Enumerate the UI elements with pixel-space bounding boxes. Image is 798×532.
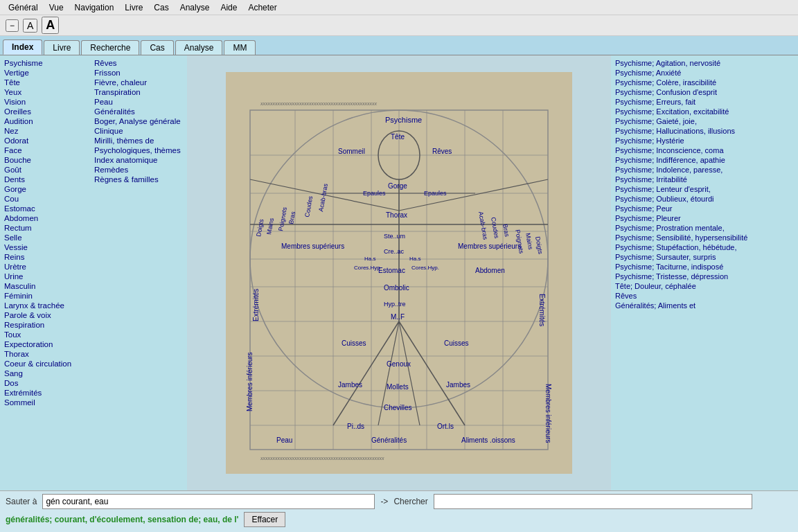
- cl-frisson[interactable]: Frisson: [93, 68, 184, 78]
- menu-navigation[interactable]: Navigation: [69, 1, 120, 14]
- tab-recherche[interactable]: Recherche: [81, 40, 139, 55]
- sidebar-item-vessie[interactable]: Vessie: [3, 242, 87, 252]
- sidebar-item-psychisme[interactable]: Psychisme: [3, 58, 87, 68]
- sidebar-item-dos[interactable]: Dos: [3, 378, 87, 388]
- right-item-17[interactable]: Psychisme; Prostration mentale,: [614, 223, 795, 233]
- sidebar-item-uretre[interactable]: Urètre: [3, 262, 87, 272]
- label-thorax[interactable]: Thorax: [386, 211, 407, 219]
- sidebar-item-nez[interactable]: Nez: [3, 126, 87, 136]
- sidebar-item-urine[interactable]: Urine: [3, 272, 87, 281]
- right-item-5[interactable]: Psychisme; Excitation, excitabilité: [614, 107, 795, 116]
- label-hyptre[interactable]: Hyp..tre: [384, 301, 406, 308]
- right-item-21[interactable]: Psychisme; Taciturne, indisposé: [614, 262, 795, 272]
- chercher-input[interactable]: [434, 494, 752, 509]
- label-reves[interactable]: Rêves: [432, 148, 452, 155]
- sidebar-item-bouche[interactable]: Bouche: [3, 155, 87, 165]
- sidebar-item-cou[interactable]: Cou: [3, 194, 87, 204]
- cl-peau[interactable]: Peau: [93, 97, 184, 107]
- menu-general[interactable]: Général: [3, 1, 44, 14]
- right-item-15[interactable]: Psychisme; Peur: [614, 204, 795, 213]
- label-sommeil[interactable]: Sommeil: [338, 148, 365, 155]
- right-item-7[interactable]: Psychisme; Hallucinations, illusions: [614, 126, 795, 136]
- cl-reves[interactable]: Rêves: [93, 58, 184, 68]
- label-psychisme-top[interactable]: Psychisme: [385, 116, 422, 124]
- label-abdomen-right[interactable]: Abdomen: [475, 267, 505, 274]
- right-item-3[interactable]: Psychisme; Confusion d'esprit: [614, 87, 795, 97]
- label-gorge[interactable]: Gorge: [388, 182, 407, 190]
- label-epaules-left[interactable]: Epaules: [363, 190, 386, 197]
- cl-transpiration[interactable]: Transpiration: [93, 87, 184, 97]
- menu-analyse[interactable]: Analyse: [175, 1, 215, 14]
- label-aliments-bottom[interactable]: Aliments .oissons: [461, 436, 515, 444]
- label-chevilles[interactable]: Chevilles: [384, 404, 412, 411]
- right-item-6[interactable]: Psychisme; Gaieté, joie,: [614, 116, 795, 126]
- sidebar-item-face[interactable]: Face: [3, 145, 87, 155]
- sidebar-item-selle[interactable]: Selle: [3, 233, 87, 242]
- sidebar-item-sommeil[interactable]: Sommeil: [3, 398, 87, 407]
- label-orteils[interactable]: Ort.ls: [437, 423, 454, 430]
- label-jambes-left[interactable]: Jambes: [338, 381, 362, 389]
- right-item-24[interactable]: Rêves: [614, 291, 795, 301]
- sidebar-item-extremites[interactable]: Extrémités: [3, 388, 87, 398]
- label-membres-inf-left[interactable]: Membres inférieurs: [246, 352, 254, 411]
- right-item-8[interactable]: Psychisme; Hystérie: [614, 136, 795, 145]
- menu-vue[interactable]: Vue: [44, 1, 69, 14]
- sidebar-item-parole[interactable]: Parole & voix: [3, 310, 87, 320]
- sidebar-item-tete[interactable]: Tête: [3, 78, 87, 87]
- label-has-left[interactable]: Ha.s: [364, 256, 375, 262]
- sidebar-item-estomac[interactable]: Estomac: [3, 204, 87, 213]
- sidebar-item-abdomen[interactable]: Abdomen: [3, 213, 87, 223]
- sauter-input[interactable]: [42, 494, 375, 509]
- cl-psycho[interactable]: Psychologiques, thèmes: [93, 145, 184, 155]
- sidebar-item-yeux[interactable]: Yeux: [3, 87, 87, 97]
- right-item-2[interactable]: Psychisme; Colère, irascibilité: [614, 78, 795, 87]
- label-membres-sup-left[interactable]: Membres supérieurs: [281, 242, 344, 250]
- sidebar-item-dents[interactable]: Dents: [3, 175, 87, 184]
- right-item-19[interactable]: Psychisme; Stupéfaction, hébétude,: [614, 242, 795, 252]
- label-mollets[interactable]: Mollets: [387, 383, 409, 391]
- tab-analyse[interactable]: Analyse: [175, 40, 223, 55]
- right-item-14[interactable]: Psychisme; Oublieux, étourdi: [614, 194, 795, 204]
- sidebar-item-reins[interactable]: Reins: [3, 252, 87, 262]
- label-jambes-right[interactable]: Jambes: [446, 381, 470, 389]
- label-membres-inf-right[interactable]: Membres inférieurs: [544, 384, 552, 443]
- cl-clinique[interactable]: Clinique: [93, 126, 184, 136]
- sidebar-item-sang[interactable]: Sang: [3, 369, 87, 378]
- right-item-9[interactable]: Psychisme; Inconscience, coma: [614, 145, 795, 155]
- right-item-23[interactable]: Tête; Douleur, céphalée: [614, 281, 795, 291]
- tab-livre[interactable]: Livre: [44, 40, 80, 55]
- cl-generalites[interactable]: Généralités: [93, 107, 184, 116]
- menu-acheter[interactable]: Acheter: [242, 1, 282, 14]
- tab-index[interactable]: Index: [3, 39, 42, 55]
- sidebar-item-thorax[interactable]: Thorax: [3, 349, 87, 359]
- label-estomac[interactable]: Estomac: [378, 267, 405, 274]
- label-tete[interactable]: Tête: [391, 133, 405, 141]
- sidebar-item-oreilles[interactable]: Oreilles: [3, 107, 87, 116]
- sidebar-item-vertige[interactable]: Vertige: [3, 68, 87, 78]
- label-has-right[interactable]: Ha.s: [409, 256, 420, 262]
- cl-index-anat[interactable]: Index anatomique: [93, 155, 184, 165]
- cl-remedes[interactable]: Remèdes: [93, 165, 184, 175]
- right-item-22[interactable]: Psychisme; Tristesse, dépression: [614, 272, 795, 281]
- right-item-16[interactable]: Psychisme; Pleurer: [614, 213, 795, 223]
- label-membres-sup-right[interactable]: Membres supérieurs: [458, 242, 521, 250]
- cl-mirilli[interactable]: Mirilli, thèmes de: [93, 136, 184, 145]
- sidebar-item-expectoration[interactable]: Expectoration: [3, 339, 87, 349]
- label-cores-right[interactable]: Cores.Hyp.: [411, 265, 439, 271]
- right-item-0[interactable]: Psychisme; Agitation, nervosité: [614, 58, 795, 68]
- label-cuisses-left[interactable]: Cuisses: [342, 339, 366, 347]
- sidebar-item-masculin[interactable]: Masculin: [3, 281, 87, 291]
- label-extremites-left[interactable]: Extrémités: [252, 289, 260, 321]
- sidebar-item-vision[interactable]: Vision: [3, 97, 87, 107]
- menu-livre[interactable]: Livre: [119, 1, 148, 14]
- sidebar-item-larynx[interactable]: Larynx & trachée: [3, 301, 87, 310]
- right-item-11[interactable]: Psychisme; Indolence, paresse,: [614, 165, 795, 175]
- cl-regnes[interactable]: Règnes & familles: [93, 175, 184, 184]
- tab-mm[interactable]: MM: [224, 40, 256, 55]
- sidebar-item-gout[interactable]: Goût: [3, 165, 87, 175]
- label-omblic[interactable]: Ombolic: [384, 284, 409, 292]
- label-pieds-left[interactable]: Pi..ds: [347, 423, 364, 430]
- label-peau-bottom[interactable]: Peau: [276, 436, 292, 444]
- cl-boger[interactable]: Boger, Analyse générale: [93, 116, 184, 126]
- label-steum[interactable]: Ste..um: [384, 233, 405, 240]
